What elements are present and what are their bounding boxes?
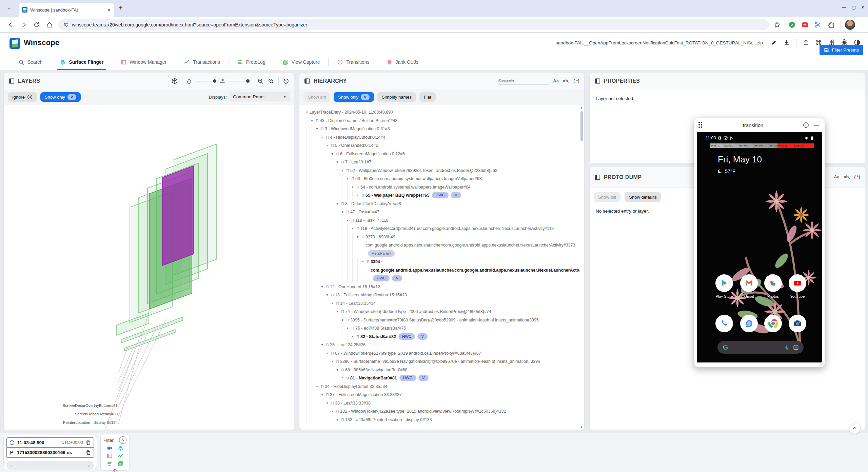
pin-icon[interactable]: Π <box>350 175 355 183</box>
scissors-extension-icon[interactable] <box>814 21 821 28</box>
collapse-panel-icon[interactable] <box>304 78 310 84</box>
back-icon[interactable] <box>7 21 14 28</box>
flat-chip[interactable]: Flat <box>419 92 436 102</box>
match-word-icon[interactable]: ab, <box>844 175 850 179</box>
expand-arrow-icon[interactable]: ▾ <box>319 341 325 349</box>
copy-icon[interactable] <box>86 450 91 455</box>
surface-flinger-trace-icon[interactable] <box>118 445 123 451</box>
simplify-names-chip[interactable]: Simplify names <box>377 92 416 102</box>
tree-row[interactable]: ▾Π14 - Leaf:15:15#14 <box>299 299 579 308</box>
upload-icon[interactable] <box>803 39 809 46</box>
app-gmail[interactable]: Gmail <box>737 274 761 298</box>
expand-arrow-icon[interactable]: ▾ <box>345 175 350 183</box>
pin-icon[interactable]: Π <box>315 117 320 125</box>
pin-icon[interactable]: Π <box>330 399 335 408</box>
tree-row[interactable]: ▾LayerTraceEntry - 2024-05-10, 11:03:48.… <box>299 108 579 117</box>
pin-icon[interactable]: Π <box>345 208 350 216</box>
protolog-trace-icon[interactable] <box>107 461 113 467</box>
pin-icon[interactable]: Π <box>325 391 330 399</box>
tree-row[interactable]: ▾Π7 - Leaf:0:1#7 <box>299 158 579 166</box>
collapse-timeline-button[interactable] <box>849 422 861 434</box>
transactions-trace-icon[interactable] <box>118 453 123 459</box>
pin-icon[interactable]: Π <box>320 125 325 133</box>
extension-check-icon[interactable] <box>789 21 795 28</box>
pin-icon[interactable]: Π <box>330 349 335 358</box>
window-minimize-icon[interactable]: — <box>842 5 846 10</box>
expand-arrow-icon[interactable]: ▾ <box>335 200 340 208</box>
window-maximize-icon[interactable]: ▢ <box>852 5 856 10</box>
collapse-panel-icon[interactable] <box>8 78 15 84</box>
tab-close-icon[interactable]: ✕ <box>107 7 111 13</box>
window-close-icon[interactable]: ✕ <box>861 5 865 10</box>
pin-icon[interactable]: Π <box>340 416 345 424</box>
pin-icon[interactable]: Π <box>345 316 350 324</box>
tree-row[interactable]: ▾Π62 - WallpaperWindowToken{28892d1 toke… <box>299 166 579 175</box>
tree-row[interactable]: ▾Π133 - a20a69f PointerLocation - displa… <box>299 416 579 424</box>
tree-row[interactable]: ▾Π64 - com.android.systemui.wallpapers.I… <box>299 183 579 192</box>
expand-arrow-icon[interactable]: ▾ <box>330 357 335 366</box>
tree-row[interactable]: ▾Π3395 - Surface(name=ed70f88 StatusBar)… <box>299 316 579 324</box>
pin-icon[interactable]: Π <box>360 233 366 241</box>
expand-arrow-icon[interactable]: ▾ <box>330 299 335 308</box>
edit-filename-icon[interactable] <box>771 39 777 46</box>
collapse-panel-icon[interactable] <box>594 174 600 180</box>
url-bar[interactable]: winscope.teams.x20web.corp.google.com/pr… <box>58 19 769 30</box>
regex-icon[interactable]: (.*) <box>854 175 860 179</box>
tree-row[interactable]: ▾Π75 - ed70f88 StatusBar#75 <box>299 324 579 333</box>
layer-label[interactable]: ScreenDecorOverlay#60 <box>5 410 118 418</box>
match-case-icon[interactable]: Aa <box>834 175 840 179</box>
extensions-puzzle-icon[interactable] <box>828 21 835 28</box>
tree-row[interactable]: ▾Π38 - Leaf:33:33#38 <box>299 399 579 408</box>
expand-arrow-icon[interactable]: ▾ <box>319 133 325 142</box>
pin-icon[interactable]: Π <box>320 382 325 391</box>
pin-icon[interactable]: Π <box>366 258 371 266</box>
tree-row[interactable]: •Π81 - NavigationBar0#81HWCV <box>299 374 579 382</box>
overlay-title-bar[interactable]: transition — <box>694 118 825 132</box>
scroll-up-icon[interactable]: ▲ <box>579 106 584 109</box>
copy-icon[interactable] <box>86 440 91 445</box>
expand-arrow-icon[interactable]: ▾ <box>324 349 330 358</box>
collapse-filter-icon[interactable] <box>119 436 126 444</box>
hierarchy-search-input[interactable]: Search <box>498 78 549 84</box>
layers-show-only-chip[interactable]: Show onlyV <box>40 92 81 102</box>
expand-arrow-icon[interactable]: ▾ <box>330 150 335 158</box>
browser-menu-icon[interactable]: ⋮ <box>860 21 866 28</box>
3d-view-icon[interactable] <box>171 78 178 84</box>
tree-row[interactable]: ▾Π13 - FullscreenMagnification:15:15#13 <box>299 291 579 299</box>
minimize-overlay-icon[interactable]: — <box>814 122 819 128</box>
show-diff-chip[interactable]: Show diff <box>303 92 330 102</box>
pin-icon[interactable]: Π <box>345 166 350 175</box>
tree-row[interactable]: ▾Π3373 - 6989b49 com.google.android.apps… <box>299 233 579 258</box>
app-chrome[interactable] <box>761 315 785 335</box>
expand-arrow-icon[interactable]: ▾ <box>335 158 340 166</box>
expand-arrow-icon[interactable]: ▾ <box>324 291 330 299</box>
expand-arrow-icon[interactable]: ▾ <box>324 399 330 408</box>
pin-icon[interactable]: Π <box>340 200 345 208</box>
expand-arrow-icon[interactable]: ▾ <box>340 208 345 216</box>
pin-icon[interactable]: Π <box>355 224 360 233</box>
pin-icon[interactable]: Π <box>325 283 330 291</box>
tree-row[interactable]: •Π3394 - com.google.android.apps.nexusla… <box>299 258 579 283</box>
app-youtube[interactable]: YouTube <box>785 274 810 298</box>
bookmark-star-icon[interactable] <box>774 21 781 28</box>
tab-window-manager[interactable]: Window Manager <box>112 54 175 70</box>
pin-icon[interactable]: Π <box>355 333 360 341</box>
pin-icon[interactable]: Π <box>340 366 345 374</box>
show-defaults-chip[interactable]: Show defaults <box>625 192 661 202</box>
tab-search-icon[interactable]: ⌄ <box>7 5 11 10</box>
tree-row[interactable]: ▾Π63 - 8fb0ec5 com.android.systemui.wall… <box>299 175 579 183</box>
match-word-icon[interactable]: ab, <box>563 79 569 83</box>
browser-tab[interactable]: Winscope | sandbox-FAI ✕ <box>19 3 114 17</box>
hierarchy-scrollbar[interactable]: ▲ ▼ <box>579 106 584 429</box>
view-capture-trace-icon[interactable] <box>118 461 123 467</box>
pin-icon[interactable]: Π <box>335 357 340 366</box>
pin-icon[interactable]: Π <box>340 308 345 316</box>
tab-transactions[interactable]: Transactions <box>175 54 229 70</box>
collapse-panel-icon[interactable] <box>594 78 600 84</box>
tree-row[interactable]: ▾Π34 - HideDisplayCutout:32:35#34 <box>299 382 579 391</box>
expand-arrow-icon[interactable]: ▾ <box>314 125 320 133</box>
site-settings-icon[interactable] <box>63 22 68 27</box>
layer-label[interactable]: PointerLocation - display 0#134 <box>5 418 118 427</box>
tree-row[interactable]: ▾Π37 - FullscreenMagnification:33:33#37 <box>299 391 579 399</box>
zoom-in-icon[interactable] <box>257 78 264 84</box>
